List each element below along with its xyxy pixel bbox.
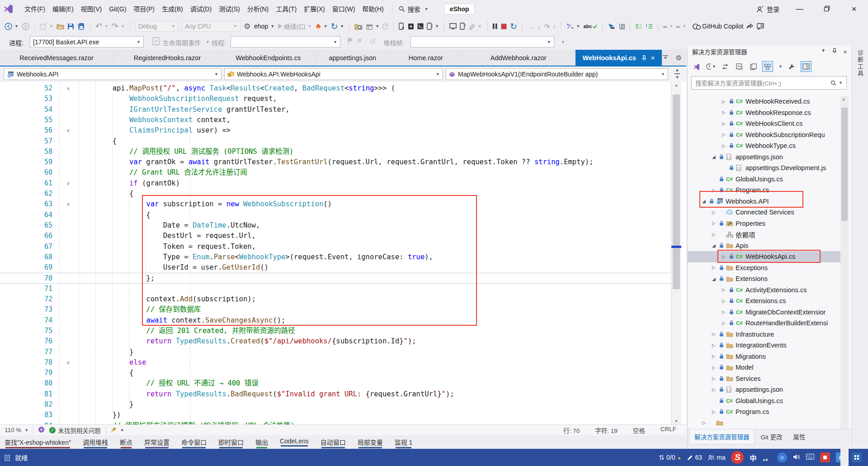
expand-collapsed-icon[interactable]: ▷ xyxy=(722,287,726,292)
flag-between-icon[interactable] xyxy=(357,38,364,46)
tree-item[interactable]: ▷ xyxy=(688,418,852,429)
fold-marker-icon[interactable]: ∨ xyxy=(65,125,72,136)
background-tasks-icon[interactable] xyxy=(5,454,11,461)
tool-window-tab[interactable]: 即时窗口 xyxy=(218,435,244,447)
code-line[interactable]: 65 Date = DateTime.UtcNow, xyxy=(0,220,671,231)
device-preview-button[interactable] xyxy=(460,23,466,30)
split-editor-button[interactable] xyxy=(674,69,681,80)
code-map-button[interactable]: ▼ xyxy=(566,23,580,29)
editor-vertical-scrollbar[interactable]: ▲ ▼ xyxy=(671,82,681,424)
explorer-scrollbar-thumb[interactable] xyxy=(841,108,848,221)
switch-views-icon[interactable] xyxy=(692,62,702,71)
menu-item-编辑E[interactable]: 编辑(E) xyxy=(49,3,77,15)
tree-item-Webhooks.API[interactable]: ◢Webhooks.API xyxy=(688,196,852,207)
explorer-bottom-tab[interactable]: 属性 xyxy=(789,429,810,444)
menu-item-帮助H[interactable]: 帮助(H) xyxy=(359,3,387,15)
solution-configuration-combo[interactable]: Debug▼ xyxy=(135,21,179,32)
device-log-button[interactable]: ▼ xyxy=(427,23,439,30)
window-layout-button[interactable] xyxy=(382,23,388,29)
navigate-forward-button[interactable] xyxy=(22,23,29,30)
tree-item-Infrastructure[interactable]: ▷Infrastructure xyxy=(688,329,852,340)
debug-tests-button[interactable]: ▸▸▼ xyxy=(676,24,686,29)
scroll-down-icon[interactable]: ▼ xyxy=(671,419,681,423)
diagnostic-tools-tab[interactable]: 诊断工具 xyxy=(856,50,864,77)
expand-collapsed-icon[interactable]: ▷ xyxy=(712,376,716,381)
tree-item-appsettings.Development.js[interactable]: { }appsettings.Development.js xyxy=(688,162,852,174)
code-line[interactable]: 73 // 保存到数据库 xyxy=(0,304,671,315)
solution-platform-combo[interactable]: Any CPU▼ xyxy=(182,21,241,32)
fold-marker-icon[interactable]: ∨ xyxy=(65,357,72,368)
code-line[interactable]: 57 { xyxy=(0,136,671,147)
menu-item-项目P[interactable]: 项目(P) xyxy=(130,3,158,15)
startup-profile-button[interactable]: ⚙ ehop▼ xyxy=(244,23,274,30)
expand-collapsed-icon[interactable]: ▷ xyxy=(722,321,726,326)
git-sync-button[interactable]: 0/0 ▲ xyxy=(659,454,681,461)
solution-explorer-search-input[interactable]: 搜索解决方案资源管理器(Ctrl+;) ▼ xyxy=(691,76,847,90)
github-copilot-button[interactable]: GitHub Copilot xyxy=(692,23,743,30)
code-line[interactable]: 68 Type = Enum.Parse<WebhookType>(reques… xyxy=(0,252,671,262)
tree-item-MigrateDbContextExtensior[interactable]: ▷C#MigrateDbContextExtensior xyxy=(688,307,852,318)
tree-item-appsettings.json[interactable]: ◢{ }appsettings.json xyxy=(688,152,852,163)
code-line[interactable]: 53 WebhookSubscriptionRequest request, xyxy=(0,94,671,104)
document-tab[interactable]: Home.razor xyxy=(390,50,462,66)
redo-button[interactable]: ↷▼ xyxy=(112,22,125,30)
menu-item-调试D[interactable]: 调试(D) xyxy=(187,3,215,15)
loop-icon[interactable]: ↺ xyxy=(370,38,376,45)
undo-button[interactable]: ↶▼ xyxy=(95,22,108,30)
expand-expanded-icon[interactable]: ◢ xyxy=(712,276,716,281)
expand-collapsed-icon[interactable]: ▷ xyxy=(722,110,726,115)
member-dropdown[interactable]: MapWebHooksApiV1(IEndpointRouteBuilder a… xyxy=(446,68,668,80)
tree-item-Program.cs[interactable]: ▷C#Program.cs xyxy=(688,185,852,196)
document-outline-button[interactable] xyxy=(618,23,625,30)
continue-button[interactable]: 继续(C)▼ xyxy=(278,22,311,31)
tool-window-tab[interactable]: 局部变量 xyxy=(358,435,383,447)
explorer-scrollbar[interactable]: ▲ ▼ xyxy=(840,96,849,466)
feedback-button[interactable] xyxy=(757,23,764,30)
document-tab[interactable]: RegisteredHooks.razor xyxy=(113,50,222,66)
tree-item-Services[interactable]: ▷Services xyxy=(688,373,852,385)
code-line[interactable]: 54 IGrantUrlTesterService grantUrlTester… xyxy=(0,105,671,115)
code-line[interactable]: 83 }) xyxy=(0,410,671,420)
tree-item-Apis[interactable]: ◢Apis xyxy=(688,240,852,252)
type-dropdown[interactable]: Webhooks.API.WebHooksApi▼ xyxy=(224,68,443,80)
hot-reload-button[interactable]: ▼ xyxy=(315,23,327,30)
tree-item-Extensions.cs[interactable]: ▷C#Extensions.cs xyxy=(688,295,852,307)
expand-collapsed-icon[interactable]: ▷ xyxy=(712,265,716,270)
code-line[interactable]: 66 DestUrl = request.Url, xyxy=(0,231,671,241)
pin-icon[interactable] xyxy=(642,55,646,61)
solution-name-badge[interactable]: eShop xyxy=(444,4,475,14)
step-over-button[interactable]: → xyxy=(528,23,534,30)
code-line[interactable]: 72 context.Add(subscription); xyxy=(0,294,671,304)
expand-collapsed-icon[interactable]: ▷ xyxy=(712,332,716,337)
stop-button[interactable] xyxy=(501,24,507,29)
tree-item-WebhookSubscriptionRequ[interactable]: ▷C#WebhookSubscriptionRequ xyxy=(688,129,852,141)
code-line[interactable]: 74 await context.SaveChangesAsync(); xyxy=(0,315,671,326)
tree-item-WebHookReceived.cs[interactable]: ▷C#WebHookReceived.cs xyxy=(688,96,852,107)
code-line[interactable]: 56∨ ClaimsPrincipal user) => xyxy=(0,125,671,136)
step-back-button[interactable]: ↷ xyxy=(544,23,550,30)
tree-item-ActivityExtensions.cs[interactable]: ▷C#ActivityExtensions.cs xyxy=(688,285,852,296)
search-menu[interactable]: 搜索 ▼ xyxy=(399,5,429,14)
save-all-button[interactable] xyxy=(77,23,85,30)
sync-with-active-document-icon[interactable] xyxy=(720,62,730,71)
step-out-button[interactable]: ↑ xyxy=(553,23,557,30)
navigate-back-button[interactable]: ▼ xyxy=(5,23,19,30)
code-line[interactable]: 55 WebhooksContext context, xyxy=(0,115,671,125)
process-combo[interactable]: [17700] Basket.API.exe▼ xyxy=(30,36,144,48)
code-line[interactable]: 78∨ else xyxy=(0,357,671,368)
code-line[interactable]: 76 return TypedResults.Created($"/api/we… xyxy=(0,336,671,347)
code-line[interactable]: 80 // 授权 URL 不通过 → 400 错误 xyxy=(0,378,671,389)
open-file-button[interactable] xyxy=(57,23,64,29)
tree-item-RouteHandlerBuilderExtensi[interactable]: ▷C#RouteHandlerBuilderExtensi xyxy=(688,318,852,329)
minimize-button[interactable]: — xyxy=(793,5,807,13)
expand-collapsed-icon[interactable]: ▷ xyxy=(712,387,716,392)
expand-collapsed-icon[interactable]: ▷ xyxy=(722,143,726,148)
restart-debug-button[interactable]: ↻ xyxy=(510,22,517,31)
code-editor[interactable]: 52∨ api.MapPost("/", async Task<Results<… xyxy=(0,82,686,424)
run-tests-button[interactable]: ▸▸▼ xyxy=(663,24,673,29)
tool-window-tab[interactable]: 查找"X-eshop-whtoken" xyxy=(5,435,71,447)
expand-expanded-icon[interactable]: ◢ xyxy=(712,243,716,248)
code-line[interactable]: 81 return TypedResults.BadRequest($"Inva… xyxy=(0,389,671,399)
window-options-icon[interactable]: ▼ xyxy=(821,48,826,56)
expand-collapsed-icon[interactable]: ▷ xyxy=(712,188,716,193)
